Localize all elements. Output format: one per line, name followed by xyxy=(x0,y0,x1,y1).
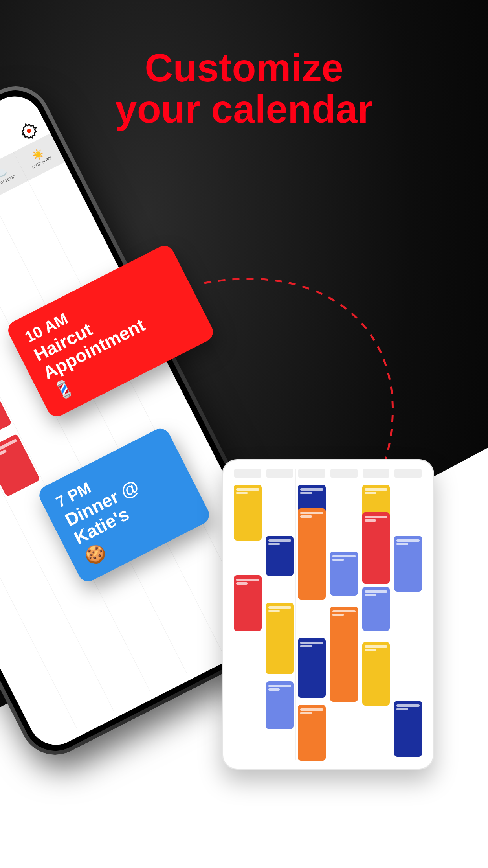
event-block[interactable] xyxy=(298,705,326,761)
event-block[interactable] xyxy=(362,512,390,584)
day-column[interactable] xyxy=(232,469,264,760)
day-header xyxy=(266,469,294,478)
day-column[interactable] xyxy=(392,469,424,760)
event-block[interactable] xyxy=(394,701,422,757)
promo-stage: Customize your calendar ★ Week 2, Januar… xyxy=(0,0,488,868)
event-block[interactable] xyxy=(330,607,358,702)
event-block[interactable] xyxy=(362,587,390,631)
headline-line1: Customize xyxy=(145,46,343,90)
day-header xyxy=(394,469,422,478)
svg-point-0 xyxy=(26,128,32,134)
event-block[interactable] xyxy=(234,575,262,631)
day-header xyxy=(298,469,325,478)
headline: Customize your calendar xyxy=(0,47,488,130)
event-block[interactable] xyxy=(330,552,358,596)
event-block[interactable] xyxy=(298,508,326,600)
day-column[interactable] xyxy=(264,469,296,760)
day-header xyxy=(234,469,261,478)
event-block[interactable] xyxy=(266,603,294,674)
event-block[interactable] xyxy=(266,536,294,576)
day-header xyxy=(330,469,358,478)
event-block[interactable] xyxy=(234,485,262,541)
settings-button[interactable] xyxy=(17,120,40,143)
day-column[interactable] xyxy=(360,469,393,760)
event-block[interactable] xyxy=(394,536,422,592)
day-column[interactable] xyxy=(296,469,328,760)
event-block[interactable] xyxy=(362,642,390,706)
event-block[interactable] xyxy=(298,638,326,698)
day-header xyxy=(363,469,390,478)
tablet-calendar-grid[interactable] xyxy=(232,469,424,760)
headline-line2: your calendar xyxy=(115,87,373,131)
tablet-mockup xyxy=(222,459,434,770)
event-block[interactable] xyxy=(266,681,294,729)
gear-icon xyxy=(17,120,40,143)
day-column[interactable] xyxy=(328,469,360,760)
